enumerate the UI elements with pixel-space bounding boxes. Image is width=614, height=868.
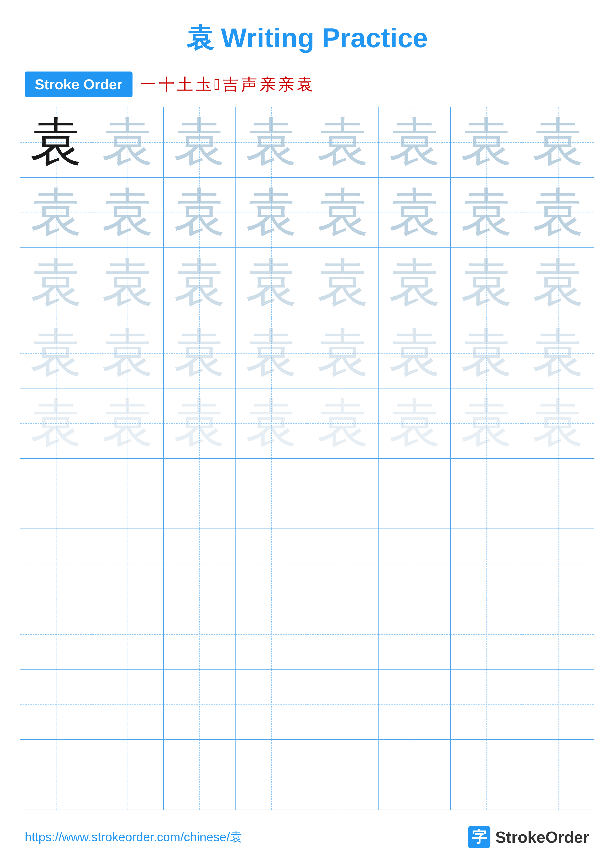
grid-cell[interactable]: 袁 <box>20 388 92 459</box>
strokeorder-logo-icon: 字 <box>468 826 490 848</box>
grid-cell[interactable] <box>307 739 379 810</box>
grid-cell[interactable] <box>307 529 379 599</box>
grid-cell[interactable]: 袁 <box>379 318 451 388</box>
page-title: 袁 Writing Practice <box>0 0 614 71</box>
grid-cell[interactable] <box>522 739 594 810</box>
grid-cell[interactable]: 袁 <box>20 318 92 388</box>
grid-cell[interactable] <box>451 529 522 599</box>
grid-cell[interactable]: 袁 <box>522 248 594 318</box>
grid-cell[interactable]: 袁 <box>307 248 379 318</box>
title-text: 袁 Writing Practice <box>186 23 428 53</box>
footer-logo: 字 StrokeOrder <box>468 826 589 848</box>
grid-cell[interactable] <box>92 599 164 669</box>
stroke-order-badge: Stroke Order <box>25 71 132 97</box>
grid-cell[interactable]: 袁 <box>20 248 92 318</box>
stroke-order-row: Stroke Order 一 十 土 圡 𠂇 吉 声 亲 亲 袁 <box>0 71 614 97</box>
stroke-3: 土 <box>177 73 193 95</box>
grid-cell[interactable] <box>20 529 92 599</box>
grid-cell[interactable] <box>522 459 594 529</box>
grid-cell[interactable]: 袁 <box>451 248 522 318</box>
grid-cell[interactable] <box>163 739 235 810</box>
table-row: 袁 袁 袁 袁 袁 袁 袁 袁 <box>20 107 594 177</box>
grid-cell[interactable]: 袁 <box>522 107 594 177</box>
grid-cell[interactable]: 袁 <box>307 177 379 248</box>
table-row <box>20 599 594 669</box>
grid-cell[interactable]: 袁 <box>451 107 522 177</box>
grid-cell[interactable]: 袁 <box>92 248 164 318</box>
grid-cell[interactable]: 袁 <box>235 318 307 388</box>
grid-cell[interactable] <box>163 529 235 599</box>
table-row: 袁 袁 袁 袁 袁 袁 袁 袁 <box>20 318 594 388</box>
table-row: 袁 袁 袁 袁 袁 袁 袁 袁 <box>20 388 594 459</box>
grid-cell[interactable]: 袁 <box>451 318 522 388</box>
grid-cell[interactable] <box>522 529 594 599</box>
grid-cell[interactable] <box>235 739 307 810</box>
footer-url[interactable]: https://www.strokeorder.com/chinese/袁 <box>25 829 242 845</box>
grid-cell[interactable]: 袁 <box>92 318 164 388</box>
grid-cell[interactable]: 袁 <box>92 107 164 177</box>
grid-cell[interactable] <box>451 459 522 529</box>
grid-cell[interactable] <box>379 459 451 529</box>
grid-cell[interactable] <box>379 739 451 810</box>
table-row: 袁 袁 袁 袁 袁 袁 袁 袁 <box>20 177 594 248</box>
grid-cell[interactable]: 袁 <box>163 318 235 388</box>
grid-cell[interactable]: 袁 <box>92 177 164 248</box>
grid-cell[interactable] <box>379 669 451 739</box>
grid-cell[interactable]: 袁 <box>451 177 522 248</box>
grid-cell[interactable]: 袁 <box>20 107 92 177</box>
grid-cell[interactable] <box>307 459 379 529</box>
grid-cell[interactable] <box>522 669 594 739</box>
grid-cell[interactable] <box>451 599 522 669</box>
grid-cell[interactable]: 袁 <box>379 107 451 177</box>
grid-cell[interactable]: 袁 <box>379 388 451 459</box>
grid-cell[interactable] <box>235 459 307 529</box>
grid-cell[interactable]: 袁 <box>307 318 379 388</box>
grid-cell[interactable]: 袁 <box>163 177 235 248</box>
grid-cell[interactable]: 袁 <box>522 388 594 459</box>
grid-cell[interactable] <box>20 739 92 810</box>
char-model: 袁 <box>30 116 82 168</box>
grid-cell[interactable] <box>451 669 522 739</box>
grid-cell[interactable]: 袁 <box>307 107 379 177</box>
grid-cell[interactable] <box>307 669 379 739</box>
grid-cell[interactable]: 袁 <box>379 177 451 248</box>
grid-cell[interactable] <box>163 599 235 669</box>
grid-cell[interactable] <box>235 669 307 739</box>
grid-cell[interactable] <box>379 599 451 669</box>
grid-cell[interactable]: 袁 <box>235 388 307 459</box>
grid-cell[interactable]: 袁 <box>522 177 594 248</box>
grid-cell[interactable]: 袁 <box>235 177 307 248</box>
grid-cell[interactable]: 袁 <box>235 248 307 318</box>
grid-cell[interactable]: 袁 <box>522 318 594 388</box>
grid-cell[interactable] <box>92 529 164 599</box>
grid-cell[interactable] <box>163 459 235 529</box>
grid-cell[interactable] <box>20 669 92 739</box>
grid-cell[interactable] <box>235 529 307 599</box>
grid-cell[interactable]: 袁 <box>379 248 451 318</box>
footer: https://www.strokeorder.com/chinese/袁 字 … <box>0 826 614 848</box>
grid-cell[interactable]: 袁 <box>451 388 522 459</box>
stroke-6: 吉 <box>222 73 238 95</box>
stroke-5: 𠂇 <box>214 75 220 93</box>
table-row <box>20 669 594 739</box>
grid-cell[interactable] <box>163 669 235 739</box>
grid-cell[interactable] <box>92 459 164 529</box>
grid-cell[interactable] <box>379 529 451 599</box>
grid-cell[interactable] <box>92 739 164 810</box>
stroke-9: 亲 <box>278 73 294 95</box>
stroke-sequence: 一 十 土 圡 𠂇 吉 声 亲 亲 袁 <box>140 73 313 95</box>
grid-cell[interactable] <box>20 459 92 529</box>
grid-cell[interactable]: 袁 <box>20 177 92 248</box>
grid-cell[interactable] <box>451 739 522 810</box>
grid-cell[interactable]: 袁 <box>235 107 307 177</box>
grid-cell[interactable]: 袁 <box>92 388 164 459</box>
grid-cell[interactable] <box>307 599 379 669</box>
grid-cell[interactable] <box>20 599 92 669</box>
grid-cell[interactable] <box>235 599 307 669</box>
grid-cell[interactable] <box>92 669 164 739</box>
grid-cell[interactable]: 袁 <box>307 388 379 459</box>
grid-cell[interactable]: 袁 <box>163 107 235 177</box>
grid-cell[interactable]: 袁 <box>163 388 235 459</box>
grid-cell[interactable]: 袁 <box>163 248 235 318</box>
grid-cell[interactable] <box>522 599 594 669</box>
